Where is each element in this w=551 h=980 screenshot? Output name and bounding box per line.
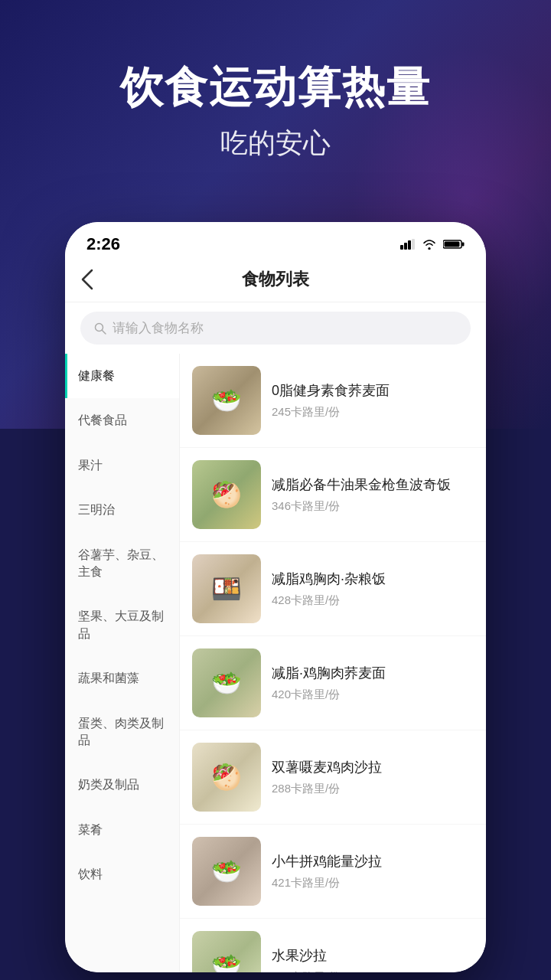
food-image-1: 🥗	[192, 366, 261, 435]
food-name-7: 水果沙拉	[272, 946, 474, 965]
category-item-11[interactable]: 饮料	[65, 852, 179, 897]
category-item-9[interactable]: 奶类及制品	[65, 763, 179, 807]
category-item-7[interactable]: 蔬果和菌藻	[65, 656, 179, 701]
food-image-3: 🍱	[192, 554, 261, 623]
status-time: 2:26	[86, 234, 120, 254]
battery-icon	[443, 239, 465, 250]
category-item-8[interactable]: 蛋类、肉类及制品	[65, 701, 179, 763]
food-image-4: 🥗	[192, 648, 261, 717]
status-bar: 2:26	[65, 222, 486, 260]
phone-mockup: 2:26	[65, 222, 486, 972]
food-calories-1: 245卡路里/份	[272, 405, 474, 420]
page-title: 食物列表	[242, 268, 309, 291]
food-item-3[interactable]: 🍱减脂鸡胸肉·杂粮饭428卡路里/份	[180, 542, 486, 636]
food-calories-4: 420卡路里/份	[272, 688, 474, 702]
status-icons	[400, 239, 465, 250]
category-item-4[interactable]: 三明治	[65, 488, 179, 532]
phone-screen: 2:26	[65, 222, 486, 972]
food-calories-6: 421卡路里/份	[272, 876, 474, 890]
food-name-3: 减脂鸡胸肉·杂粮饭	[272, 570, 474, 589]
category-item-3[interactable]: 果汁	[65, 443, 179, 488]
svg-rect-6	[445, 242, 460, 247]
back-button[interactable]	[80, 268, 94, 292]
svg-line-8	[103, 330, 106, 334]
food-item-1[interactable]: 🥗0脂健身素食荞麦面245卡路里/份	[180, 354, 486, 448]
food-list: 🥗0脂健身素食荞麦面245卡路里/份🥙减脂必备牛油果金枪鱼波奇饭346卡路里/份…	[180, 354, 486, 972]
food-item-7[interactable]: 🥗水果沙拉269卡路里/份	[180, 919, 486, 972]
hero-title: 饮食运动算热量	[0, 61, 551, 113]
category-sidebar: 健康餐代餐食品果汁三明治谷薯芋、杂豆、主食坚果、大豆及制品蔬果和菌藻蛋类、肉类及…	[65, 354, 180, 972]
food-image-5: 🥙	[192, 743, 261, 812]
food-calories-7: 269卡路里/份	[272, 970, 474, 972]
food-image-7: 🥗	[192, 931, 261, 972]
search-placeholder-text: 请输入食物名称	[112, 319, 204, 337]
food-name-4: 减脂·鸡胸肉荞麦面	[272, 664, 474, 683]
food-item-2[interactable]: 🥙减脂必备牛油果金枪鱼波奇饭346卡路里/份	[180, 448, 486, 542]
food-item-5[interactable]: 🥙双薯嗫麦鸡肉沙拉288卡路里/份	[180, 730, 486, 825]
nav-bar: 食物列表	[65, 260, 486, 302]
food-calories-2: 346卡路里/份	[272, 499, 474, 514]
category-item-5[interactable]: 谷薯芋、杂豆、主食	[65, 533, 179, 595]
content-area: 健康餐代餐食品果汁三明治谷薯芋、杂豆、主食坚果、大豆及制品蔬果和菌藻蛋类、肉类及…	[65, 354, 486, 972]
food-item-4[interactable]: 🥗减脂·鸡胸肉荞麦面420卡路里/份	[180, 636, 486, 730]
food-calories-3: 428卡路里/份	[272, 593, 474, 608]
category-item-10[interactable]: 菜肴	[65, 808, 179, 852]
wifi-icon	[422, 239, 437, 250]
search-input-wrapper[interactable]: 请输入食物名称	[80, 312, 471, 345]
search-bar: 请输入食物名称	[65, 302, 486, 354]
search-icon	[94, 322, 106, 335]
food-name-5: 双薯嗫麦鸡肉沙拉	[272, 758, 474, 777]
category-item-1[interactable]: 健康餐	[65, 354, 179, 398]
food-item-6[interactable]: 🥗小牛拼鸡能量沙拉421卡路里/份	[180, 825, 486, 919]
category-item-2[interactable]: 代餐食品	[65, 398, 179, 443]
svg-rect-0	[400, 245, 403, 250]
svg-rect-1	[404, 243, 407, 250]
hero-subtitle: 吃的安心	[0, 125, 551, 162]
food-name-2: 减脂必备牛油果金枪鱼波奇饭	[272, 475, 474, 495]
food-image-6: 🥗	[192, 837, 261, 906]
svg-rect-2	[408, 240, 411, 250]
hero-section: 饮食运动算热量 吃的安心	[0, 61, 551, 162]
category-item-6[interactable]: 坚果、大豆及制品	[65, 594, 179, 656]
svg-rect-5	[462, 243, 465, 247]
food-calories-5: 288卡路里/份	[272, 782, 474, 796]
signal-icon	[400, 239, 416, 250]
svg-rect-3	[412, 239, 415, 250]
food-name-1: 0脂健身素食荞麦面	[272, 381, 474, 400]
food-name-6: 小牛拼鸡能量沙拉	[272, 852, 474, 871]
food-image-2: 🥙	[192, 460, 261, 529]
